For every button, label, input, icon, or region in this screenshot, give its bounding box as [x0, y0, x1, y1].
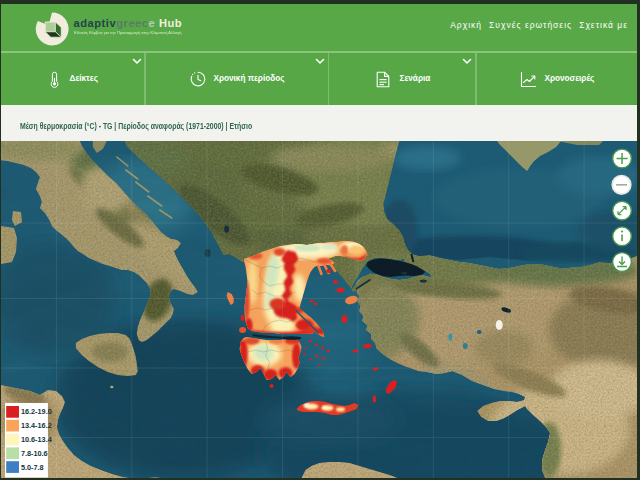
svg-text:7.8-10.6: 7.8-10.6: [21, 449, 48, 458]
svg-text:10.6-13.4: 10.6-13.4: [21, 435, 53, 444]
svg-text:5.0-7.8: 5.0-7.8: [21, 463, 44, 472]
svg-text:16.2-19.0: 16.2-19.0: [21, 407, 52, 416]
svg-text:13.4-16.2: 13.4-16.2: [21, 421, 52, 430]
